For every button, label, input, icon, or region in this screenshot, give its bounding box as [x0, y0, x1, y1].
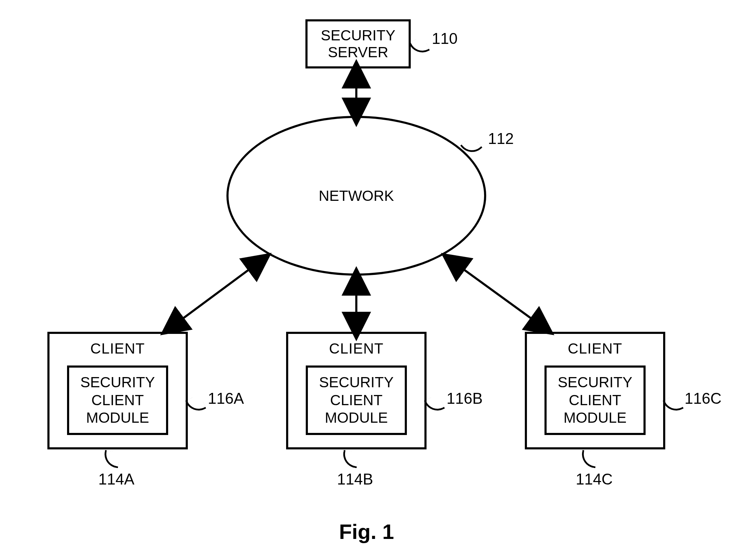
- client-c-box: CLIENT SECURITY CLIENT MODULE: [525, 332, 665, 449]
- leader-tick: [185, 394, 206, 415]
- client-b-box: CLIENT SECURITY CLIENT MODULE: [286, 332, 427, 449]
- client-a-module: SECURITY CLIENT MODULE: [67, 365, 168, 435]
- svg-line-3: [453, 262, 542, 327]
- figure-caption: Fig. 1: [0, 520, 733, 544]
- svg-line-1: [172, 262, 260, 327]
- client-b-title: CLIENT: [288, 340, 424, 357]
- leader-tick: [409, 36, 430, 57]
- client-c-module: SECURITY CLIENT MODULE: [544, 365, 646, 435]
- client-a-title: CLIENT: [49, 340, 186, 357]
- network-label: NETWORK: [319, 187, 394, 204]
- ref-112: 112: [488, 130, 514, 147]
- security-server-box: SECURITY SERVER: [305, 19, 411, 68]
- leader-tick: [341, 450, 359, 468]
- leader-tick: [102, 450, 120, 468]
- network-cloud: NETWORK: [226, 116, 486, 276]
- client-a-box: CLIENT SECURITY CLIENT MODULE: [47, 332, 188, 449]
- figure-1-diagram: SECURITY SERVER 110 NETWORK 112 CLIENT S…: [0, 0, 733, 560]
- ref-110: 110: [432, 30, 457, 47]
- client-b-module: SECURITY CLIENT MODULE: [306, 365, 407, 435]
- ref-116c: 116C: [685, 390, 721, 407]
- ref-114a: 114A: [98, 470, 134, 488]
- ref-116b: 116B: [447, 390, 483, 407]
- leader-tick: [424, 394, 445, 415]
- ref-114c: 114C: [576, 470, 613, 488]
- ref-116a: 116A: [208, 390, 244, 407]
- leader-tick: [580, 450, 598, 468]
- ref-114b: 114B: [337, 470, 373, 488]
- leader-tick: [663, 394, 684, 415]
- client-c-title: CLIENT: [527, 340, 663, 357]
